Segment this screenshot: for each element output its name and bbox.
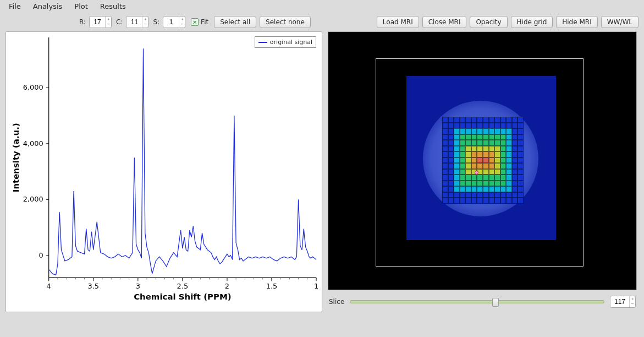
- svg-text:3.5: 3.5: [87, 282, 99, 290]
- svg-text:1.5: 1.5: [266, 282, 278, 290]
- load-mri-button[interactable]: Load MRI: [377, 16, 419, 28]
- checkbox-checked-icon: ✕: [191, 18, 199, 26]
- spinner-arrows-icon[interactable]: ＋−: [105, 17, 111, 28]
- toolbar-left: R: ＋− C: ＋− S: ＋− ✕ Fit Select all Selec…: [78, 16, 311, 28]
- c-input[interactable]: [126, 17, 142, 28]
- spinner-arrows-icon[interactable]: ＋−: [142, 17, 148, 28]
- svg-text:0: 0: [39, 251, 43, 259]
- menubar: File Analysis Plot Results: [0, 0, 644, 13]
- hide-grid-button[interactable]: Hide grid: [511, 16, 553, 28]
- spinner-arrows-icon[interactable]: ＋−: [629, 296, 635, 307]
- spectrum-plot[interactable]: 02,0004,0006,00043.532.521.51Chemical Sh…: [6, 32, 322, 312]
- svg-text:2,000: 2,000: [23, 195, 43, 203]
- svg-text:Intensity (a.u.): Intensity (a.u.): [11, 123, 21, 192]
- svg-text:2: 2: [225, 282, 229, 290]
- select-all-button[interactable]: Select all: [214, 16, 256, 28]
- toolbar-right: Load MRI Close MRI Opacity Hide grid Hid…: [377, 16, 639, 28]
- fit-checkbox[interactable]: ✕ Fit: [191, 18, 208, 26]
- menu-analysis[interactable]: Analysis: [33, 2, 63, 10]
- selected-voxel-marker: [475, 171, 478, 175]
- wwwl-button[interactable]: WW/WL: [601, 16, 639, 28]
- r-label: R:: [79, 18, 86, 26]
- mri-voxel-grid[interactable]: [442, 117, 524, 204]
- c-label: C:: [116, 18, 123, 26]
- spectrum-panel: 02,0004,0006,00043.532.521.51Chemical Sh…: [5, 31, 322, 312]
- svg-text:Chemical Shift (PPM): Chemical Shift (PPM): [134, 292, 231, 302]
- spinner-arrows-icon[interactable]: ＋−: [179, 17, 185, 28]
- r-input[interactable]: [90, 17, 105, 28]
- slice-slider[interactable]: [350, 300, 604, 303]
- slice-label: Slice: [329, 298, 344, 306]
- s-spinner[interactable]: ＋−: [163, 16, 185, 28]
- s-input[interactable]: [163, 17, 179, 28]
- svg-text:6,000: 6,000: [23, 83, 43, 91]
- svg-text:1: 1: [314, 282, 318, 290]
- mri-viewer[interactable]: [328, 31, 637, 290]
- menu-plot[interactable]: Plot: [74, 2, 88, 10]
- fit-label: Fit: [201, 18, 208, 26]
- content: 02,0004,0006,00043.532.521.51Chemical Sh…: [0, 31, 644, 312]
- menu-results[interactable]: Results: [100, 2, 126, 10]
- s-label: S:: [153, 18, 159, 26]
- select-none-button[interactable]: Select none: [260, 16, 311, 28]
- slice-spinner[interactable]: ＋−: [610, 296, 636, 308]
- svg-text:3: 3: [136, 282, 140, 290]
- r-spinner[interactable]: ＋−: [89, 16, 112, 28]
- close-mri-button[interactable]: Close MRI: [422, 16, 467, 28]
- svg-text:4: 4: [47, 282, 51, 290]
- slider-thumb-icon[interactable]: [492, 298, 499, 307]
- slice-controls: Slice ＋−: [328, 290, 637, 308]
- legend-line-icon: [258, 42, 267, 43]
- toolbar: R: ＋− C: ＋− S: ＋− ✕ Fit Select all Selec…: [0, 13, 644, 31]
- slice-input[interactable]: [610, 296, 629, 307]
- legend-label: original signal: [270, 39, 312, 46]
- right-column: Slice ＋−: [328, 31, 637, 312]
- svg-text:4,000: 4,000: [23, 139, 43, 148]
- c-spinner[interactable]: ＋−: [126, 16, 148, 28]
- hide-mri-button[interactable]: Hide MRI: [556, 16, 597, 28]
- opacity-button[interactable]: Opacity: [470, 16, 507, 28]
- menu-file[interactable]: File: [9, 2, 21, 10]
- plot-legend: original signal: [255, 36, 316, 48]
- svg-text:2.5: 2.5: [177, 282, 189, 290]
